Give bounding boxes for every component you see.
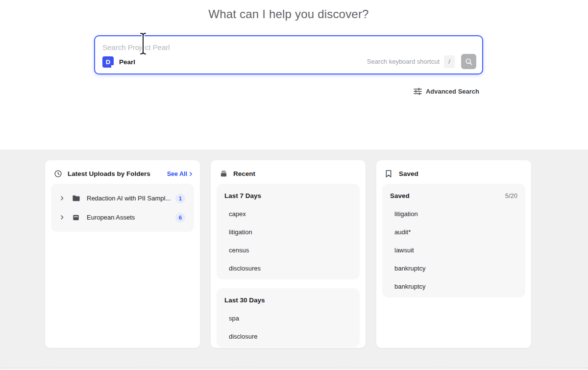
- filter-sliders-icon: [414, 88, 422, 95]
- recent-title: Recent: [233, 170, 255, 177]
- recent-card: Recent Last 7 Days capex litigation cens…: [211, 160, 366, 348]
- recent-search-item[interactable]: disclosure: [229, 333, 352, 340]
- folder-row-redaction[interactable]: Redaction AI with PII Sampl... 1: [55, 189, 190, 208]
- saved-search-item[interactable]: bankruptcy: [394, 283, 517, 290]
- page-bottom-divider: [0, 368, 588, 370]
- folder-count-badge: 1: [175, 194, 185, 203]
- recent-search-item[interactable]: litigation: [229, 228, 352, 236]
- see-all-label: See All: [167, 171, 187, 177]
- saved-search-item[interactable]: litigation: [394, 210, 517, 218]
- shortcut-hint: Search keyboard shortcut: [367, 58, 440, 65]
- group-title: Saved: [390, 192, 410, 199]
- project-chip[interactable]: D Pearl: [102, 56, 135, 68]
- recent-search-item[interactable]: spa: [229, 315, 352, 322]
- saved-search-item[interactable]: lawsuit: [394, 247, 517, 254]
- folders-panel: Redaction AI with PII Sampl... 1 Europea…: [51, 184, 194, 232]
- latest-uploads-title: Latest Uploads by Folders: [68, 170, 150, 177]
- latest-uploads-card: Latest Uploads by Folders See All: [45, 160, 200, 348]
- saved-card: Saved Saved 5/20 litigation audit* lawsu…: [376, 160, 531, 348]
- folder-count-badge: 6: [175, 213, 185, 222]
- recent-search-item[interactable]: census: [229, 247, 352, 254]
- search-input[interactable]: [102, 41, 326, 52]
- saved-search-item[interactable]: audit*: [394, 228, 517, 236]
- chevron-right-icon[interactable]: [59, 214, 66, 221]
- search-icon: [465, 57, 473, 66]
- saved-search-item[interactable]: bankruptcy: [394, 265, 517, 272]
- bookmark-icon: [385, 170, 393, 178]
- chevron-right-icon[interactable]: [59, 195, 66, 201]
- advanced-search-button[interactable]: Advanced Search: [414, 88, 479, 95]
- recent-search-item[interactable]: capex: [229, 210, 352, 218]
- dashboard-section: Latest Uploads by Folders See All: [0, 149, 588, 368]
- search-button[interactable]: [461, 54, 476, 69]
- saved-searches-panel: Saved 5/20 litigation audit* lawsuit ban…: [382, 184, 525, 297]
- folder-row-european-assets[interactable]: European Assets 6: [55, 208, 190, 227]
- recent-last-30-days-panel: Last 30 Days spa disclosure: [217, 288, 360, 347]
- project-logo-icon: D: [102, 56, 114, 68]
- group-title: Last 7 Days: [224, 192, 261, 199]
- recent-search-item[interactable]: disclosures: [229, 265, 352, 272]
- archive-icon: [72, 214, 81, 222]
- saved-quota: 5/20: [505, 192, 517, 199]
- project-chip-label: Pearl: [119, 58, 135, 66]
- recent-stack-icon: [220, 170, 228, 178]
- page-title: What can I help you discover?: [94, 7, 483, 21]
- folder-icon: [72, 195, 81, 202]
- see-all-chevron-icon: [189, 172, 193, 176]
- saved-title: Saved: [399, 170, 418, 177]
- advanced-search-label: Advanced Search: [426, 88, 479, 95]
- clock-icon: [54, 170, 62, 178]
- folder-label: Redaction AI with PII Sampl...: [87, 195, 175, 202]
- see-all-link[interactable]: See All: [167, 171, 193, 177]
- search-box[interactable]: D Pearl Search keyboard shortcut /: [94, 35, 483, 74]
- recent-last-7-days-panel: Last 7 Days capex litigation census disc…: [217, 184, 360, 279]
- group-title: Last 30 Days: [224, 296, 265, 304]
- folder-label: European Assets: [87, 214, 175, 221]
- shortcut-key-badge: /: [444, 55, 455, 68]
